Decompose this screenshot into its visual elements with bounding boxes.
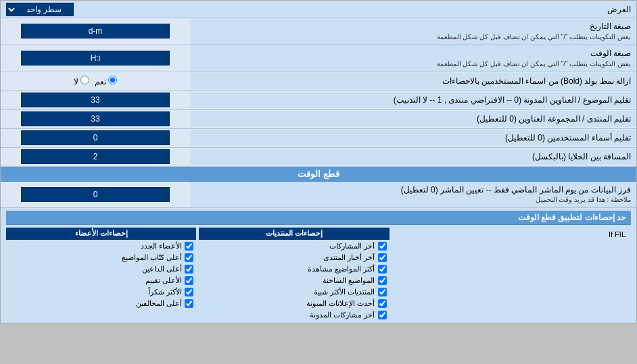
members-stats-item-2: أعلى الداعين [6, 264, 196, 274]
bold-remove-input-wrap: نعم لا [1, 74, 190, 88]
date-format-input-wrap [1, 22, 190, 40]
bold-radio-yes-label[interactable]: نعم [95, 76, 117, 86]
bold-radio-no-label[interactable]: لا [74, 76, 89, 86]
members-stats-checkbox-0[interactable] [185, 242, 193, 251]
members-stats-checkbox-3[interactable] [185, 276, 193, 285]
date-format-label: صيغة التاريخ بعض التكوينات يتطلب "/" الت… [190, 18, 636, 45]
realtime-section-header: قطع الوقت [1, 167, 636, 182]
display-select[interactable]: سطر واحد سطران ثلاثة أسطر [6, 3, 74, 16]
date-format-row: صيغة التاريخ بعض التكوينات يتطلب "/" الت… [1, 18, 636, 45]
members-stats-col: إحصاءات الأعضاء الأعضاء الجدد أعلى كتّاب… [6, 228, 196, 320]
members-stats-checkbox-5[interactable] [185, 299, 193, 308]
forums-stats-item-5: أحدث الإعلانات المبونة [199, 298, 389, 309]
usernames-align-label: تقليم أسماء المستخدمين (0 للتعطيل) [190, 130, 636, 147]
cell-spacing-input[interactable] [21, 149, 170, 164]
cell-spacing-input-wrap [1, 148, 190, 165]
forum-align-input[interactable] [21, 111, 170, 126]
forums-stats-checkbox-1[interactable] [378, 253, 387, 262]
realtime-label: فرز البيانات من يوم الماشر الماضي فقط --… [190, 182, 636, 208]
date-format-input[interactable] [21, 24, 170, 38]
bold-radio-no[interactable] [80, 76, 89, 84]
members-stats-item-5: أعلى المخالفين [6, 298, 196, 309]
members-stats-item-4: الأكثر شكراً [6, 287, 196, 297]
members-stats-item-1: أعلى كتّاب المواضيع [6, 253, 196, 263]
main-container: العرض سطر واحد سطران ثلاثة أسطر صيغة الت… [0, 0, 637, 323]
display-row: العرض سطر واحد سطران ثلاثة أسطر [1, 1, 636, 18]
members-stats-checkbox-4[interactable] [185, 288, 193, 296]
subject-align-input-wrap [1, 91, 190, 109]
realtime-input[interactable] [21, 187, 170, 202]
forums-stats-checkbox-3[interactable] [378, 276, 387, 285]
time-format-label: صيغة الوقت بعض التكوينات يتطلب "/" التي … [190, 45, 636, 72]
time-format-input-wrap [1, 49, 190, 67]
members-stats-item-3: الأعلى تقييم [6, 276, 196, 286]
forums-stats-checkbox-2[interactable] [378, 265, 387, 274]
usernames-align-input-wrap [1, 129, 190, 147]
forums-stats-checkbox-5[interactable] [378, 299, 387, 308]
forums-stats-item-6: آخر مشاركات المدونة [199, 310, 389, 320]
realtime-input-wrap [1, 186, 190, 203]
forums-stats-item-3: المواضيع الساخنة [199, 276, 389, 286]
usernames-align-input[interactable] [21, 130, 170, 145]
usernames-align-row: تقليم أسماء المستخدمين (0 للتعطيل) [1, 129, 636, 148]
forums-stats-item-2: أكثر المواضيع مشاهدة [199, 264, 389, 274]
cell-spacing-label: المسافة بين الخلايا (بالبكسل) [190, 149, 636, 165]
right-label-col: If FIL [392, 228, 632, 320]
members-stats-item-0: الأعضاء الجدد [6, 241, 196, 251]
time-format-row: صيغة الوقت بعض التكوينات يتطلب "/" التي … [1, 45, 636, 72]
stats-limit-header: حد إحصاءات لتطبيق قطع الوقت [6, 211, 631, 225]
stats-columns: If FIL إحصاءات المنتديات آخر المشاركات آ… [6, 228, 631, 320]
forums-stats-item-0: آخر المشاركات [199, 241, 389, 251]
display-label: العرض [607, 5, 631, 14]
forum-align-label: تقليم المنتدى / المجموعة العناوين (0 للت… [190, 111, 636, 128]
members-stats-header: إحصاءات الأعضاء [6, 228, 196, 240]
forums-stats-header: إحصاءات المنتديات [199, 228, 389, 240]
bold-radio-yes[interactable] [108, 76, 117, 84]
subject-align-label: تقليم الموضوع / العناوين المدونة (0 -- ا… [190, 92, 636, 109]
subject-align-row: تقليم الموضوع / العناوين المدونة (0 -- ا… [1, 91, 636, 110]
forums-stats-item-1: آخر أخبار المنتدى [199, 253, 389, 263]
realtime-row: فرز البيانات من يوم الماشر الماضي فقط --… [1, 182, 636, 209]
forums-stats-checkbox-6[interactable] [378, 311, 387, 319]
bold-remove-label: ازالة نمط بولد (Bold) من اسماء المستخدمي… [190, 73, 636, 90]
members-stats-checkbox-1[interactable] [185, 253, 193, 262]
stats-section: حد إحصاءات لتطبيق قطع الوقت If FIL إحصاء… [1, 208, 636, 323]
forum-align-input-wrap [1, 110, 190, 128]
forums-stats-checkbox-4[interactable] [378, 288, 387, 296]
forum-align-row: تقليم المنتدى / المجموعة العناوين (0 للت… [1, 110, 636, 129]
members-stats-checkbox-2[interactable] [185, 265, 193, 274]
subject-align-input[interactable] [21, 93, 170, 107]
cell-spacing-row: المسافة بين الخلايا (بالبكسل) [1, 148, 636, 167]
forums-stats-col: إحصاءات المنتديات آخر المشاركات آخر أخبا… [199, 228, 389, 320]
bold-remove-row: ازالة نمط بولد (Bold) من اسماء المستخدمي… [1, 72, 636, 91]
time-format-input[interactable] [21, 51, 170, 66]
forums-stats-item-4: المنتديات الأكثر شبية [199, 287, 389, 297]
forums-stats-checkbox-0[interactable] [378, 242, 387, 251]
bold-radio-group: نعم لا [74, 76, 118, 86]
